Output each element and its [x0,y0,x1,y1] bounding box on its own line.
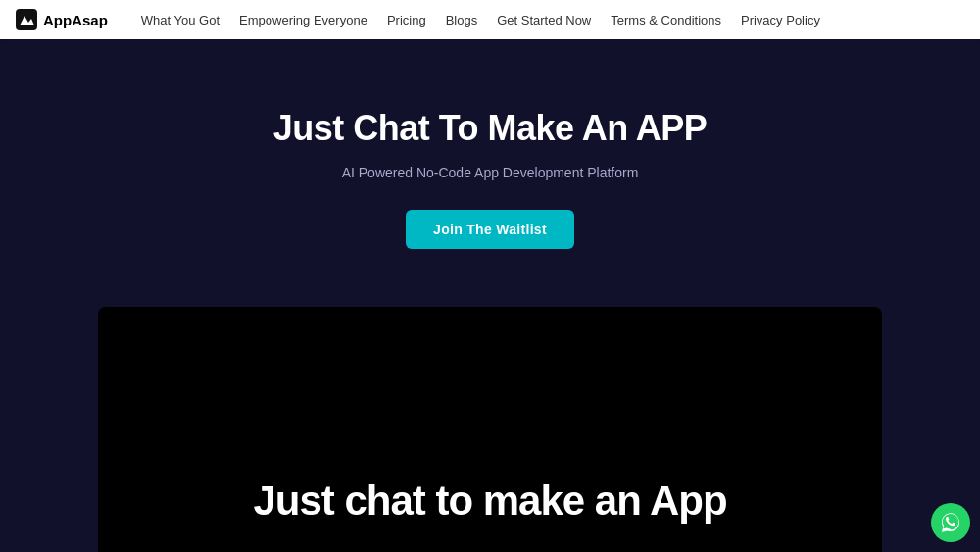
video-container: Just chat to make an App [98,307,882,552]
nav-item-what-you-got[interactable]: What You Got [141,11,220,28]
hero-subtitle: AI Powered No-Code App Development Platf… [342,165,639,180]
nav-item-get-started[interactable]: Get Started Now [497,11,591,28]
whatsapp-icon [939,511,962,534]
cta-button[interactable]: Join The Waitlist [406,210,574,249]
video-text: Just chat to make an App [253,477,726,525]
whatsapp-button[interactable] [931,503,970,542]
nav-item-blogs[interactable]: Blogs [446,11,478,28]
nav-link-terms[interactable]: Terms & Conditions [611,13,721,27]
nav-link-get-started[interactable]: Get Started Now [497,13,591,27]
logo-text: AppAsap [43,12,108,28]
nav-link-pricing[interactable]: Pricing [387,13,426,27]
nav-item-terms[interactable]: Terms & Conditions [611,11,721,28]
nav-link-empowering[interactable]: Empowering Everyone [239,13,368,27]
nav-item-empowering[interactable]: Empowering Everyone [239,11,368,28]
logo-icon [16,9,37,30]
nav-item-pricing[interactable]: Pricing [387,11,426,28]
nav-item-privacy[interactable]: Privacy Policy [741,11,820,28]
nav-link-privacy[interactable]: Privacy Policy [741,13,820,27]
nav-links: What You Got Empowering Everyone Pricing… [141,11,820,28]
hero-title: Just Chat To Make An APP [273,108,708,149]
hero-section: Just Chat To Make An APP AI Powered No-C… [0,39,980,552]
logo-link[interactable]: AppAsap [16,9,108,30]
nav-link-blogs[interactable]: Blogs [446,13,478,27]
navbar: AppAsap What You Got Empowering Everyone… [0,0,980,39]
nav-link-what-you-got[interactable]: What You Got [141,13,220,27]
